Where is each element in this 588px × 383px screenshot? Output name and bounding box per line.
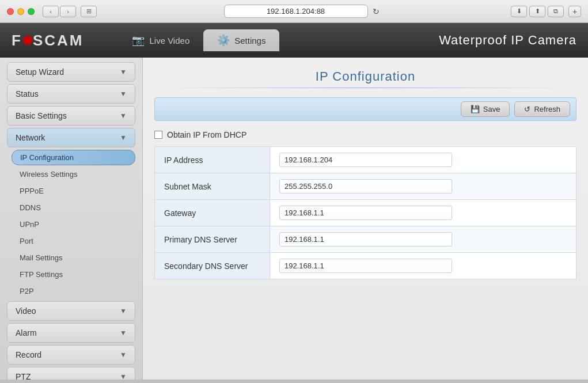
sidebar-item-network[interactable]: Network ▼ [7,128,135,147]
browser-titlebar: ‹ › ⊞ 192.168.1.204:88 ↻ ⬇ ⬆ ⧉ + [0,0,588,22]
sidebar-item-ip-configuration[interactable]: IP Configuration [12,150,135,165]
form-row: Secondary DNS Server [155,253,576,279]
sidebar-label-port: Port [20,237,33,245]
sidebar-item-setup-wizard[interactable]: Setup Wizard ▼ [7,62,135,82]
reload-button[interactable]: ↻ [370,6,382,17]
sidebar-item-mail-settings[interactable]: Mail Settings [12,250,135,266]
toolbar: 💾 Save ↺ Refresh [154,97,576,121]
address-bar-container: 192.168.1.204:88 ↻ [101,5,504,18]
sidebar-item-ddns[interactable]: DDNS [12,200,135,215]
sidebar-item-upnp[interactable]: UPnP [12,217,135,232]
chevron-icon: ▼ [120,329,127,337]
dhcp-label: Obtain IP From DHCP [167,130,246,139]
sidebar-label-mail-settings: Mail Settings [20,253,62,262]
form-input-secondary-dns-server[interactable] [279,259,452,273]
tab-view-button[interactable]: ⊞ [81,6,97,17]
sidebar-item-pppoe[interactable]: PPPoE [12,183,135,199]
refresh-button[interactable]: ↺ Refresh [514,101,570,117]
sidebar-item-status[interactable]: Status ▼ [7,84,135,104]
form-input-subnet-mask[interactable] [279,179,452,194]
sidebar-label-upnp: UPnP [20,220,39,229]
form-row: IP Address [155,147,576,173]
dhcp-row: Obtain IP From DHCP [154,130,576,139]
close-button[interactable] [7,8,14,15]
nav-buttons: ‹ › [43,6,76,17]
camera-icon: 📷 [132,34,145,47]
form-value-cell [270,226,576,253]
app-window: FSCAM 📷 Live Video ⚙️ Settings Waterproo… [0,23,588,380]
sidebar-item-video[interactable]: Video ▼ [7,301,135,321]
sidebar-label-network: Network [16,133,45,142]
chevron-icon: ▼ [120,373,127,380]
form-label: Subnet Mask [155,173,270,200]
sidebar-label-alarm: Alarm [16,328,37,338]
form-value-cell [270,173,576,200]
traffic-lights [7,8,35,15]
forward-button[interactable]: › [60,6,76,17]
chevron-icon: ▼ [120,68,127,76]
header-tabs: 📷 Live Video ⚙️ Settings [118,29,279,51]
form-input-ip-address[interactable] [279,153,452,167]
form-row: Subnet Mask [155,173,576,200]
share-button[interactable]: ⬆ [529,6,545,17]
network-sub-items: IP Configuration Wireless Settings PPPoE… [7,150,135,299]
tab-settings[interactable]: ⚙️ Settings [203,29,279,51]
sidebar-label-basic-settings: Basic Settings [16,111,67,120]
sidebar-item-port[interactable]: Port [12,233,135,249]
sidebar-label-status: Status [16,89,39,98]
sidebar-item-wireless-settings[interactable]: Wireless Settings [12,166,135,182]
form-input-gateway[interactable] [279,206,452,220]
sidebar-label-p2p: P2P [20,287,34,295]
form-value-cell [270,200,576,226]
sidebar-label-setup-wizard: Setup Wizard [16,67,64,77]
sidebar-item-basic-settings[interactable]: Basic Settings ▼ [7,106,135,126]
save-icon: 💾 [471,105,480,113]
form-label: Secondary DNS Server [155,253,270,279]
back-button[interactable]: ‹ [43,6,59,17]
sidebar-label-ip-configuration: IP Configuration [20,153,74,162]
page-title: IP Configuration [154,69,576,88]
tab-settings-label: Settings [234,36,265,45]
minimize-button[interactable] [17,8,24,15]
chevron-icon: ▼ [120,90,127,98]
form-label: Primary DNS Server [155,226,270,253]
sidebar-item-record[interactable]: Record ▼ [7,345,135,365]
chevron-icon: ▼ [120,112,127,120]
form-label: Gateway [155,200,270,226]
form-row: Gateway [155,200,576,226]
sidebar-label-record: Record [16,350,41,359]
duplicate-button[interactable]: ⧉ [548,6,564,17]
refresh-icon: ↺ [524,105,530,113]
form-input-primary-dns-server[interactable] [279,232,452,247]
save-button[interactable]: 💾 Save [461,101,510,117]
sidebar-item-ftp-settings[interactable]: FTP Settings [12,267,135,282]
sidebar-item-p2p[interactable]: P2P [12,283,135,299]
main-layout: Setup Wizard ▼ Status ▼ Basic Settings ▼… [0,58,588,380]
app-logo: FSCAM [12,32,84,50]
app-header: FSCAM 📷 Live Video ⚙️ Settings Waterproo… [0,23,588,58]
sidebar-item-ptz[interactable]: PTZ ▼ [7,367,135,380]
download-button[interactable]: ⬇ [511,6,527,17]
sidebar-label-video: Video [16,306,36,316]
form-label: IP Address [155,147,270,173]
chevron-icon: ▼ [120,307,127,315]
sidebar-label-ftp-settings: FTP Settings [20,270,63,279]
sidebar-item-alarm[interactable]: Alarm ▼ [7,323,135,343]
camera-title: Waterproof IP Camera [439,33,576,48]
dhcp-checkbox[interactable] [154,131,162,139]
form-row: Primary DNS Server [155,226,576,253]
browser-chrome: ‹ › ⊞ 192.168.1.204:88 ↻ ⬇ ⬆ ⧉ + [0,0,588,23]
form-value-cell [270,147,576,173]
maximize-button[interactable] [28,8,35,15]
sidebar-label-ptz: PTZ [16,372,31,380]
new-tab-button[interactable]: + [568,6,581,17]
address-bar[interactable]: 192.168.1.204:88 [224,5,368,18]
content-area: IP Configuration 💾 Save ↺ Refresh Obtain… [143,58,588,380]
tab-live-video[interactable]: 📷 Live Video [118,29,203,51]
refresh-label: Refresh [534,105,560,113]
browser-actions: ⬇ ⬆ ⧉ [511,6,564,17]
sidebar-label-wireless-settings: Wireless Settings [20,170,77,179]
chevron-icon: ▼ [120,351,127,359]
form-value-cell [270,253,576,279]
chevron-icon: ▼ [120,134,127,142]
